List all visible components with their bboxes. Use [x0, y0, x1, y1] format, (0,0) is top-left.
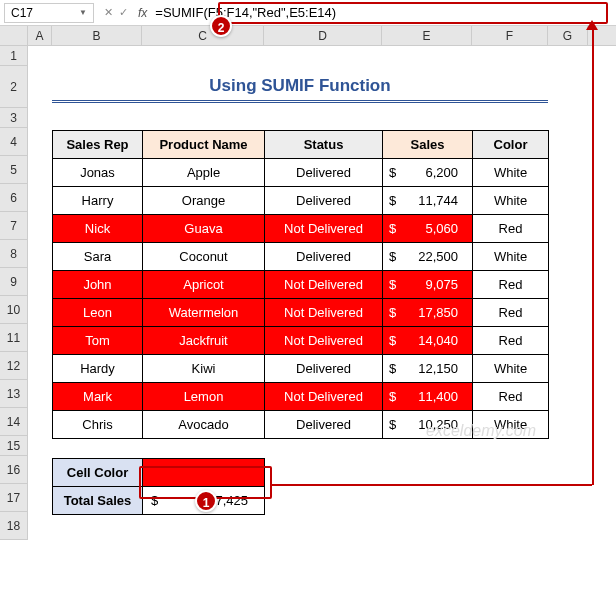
cell-rep[interactable]: Tom [53, 327, 143, 355]
col-header-g[interactable]: G [548, 26, 588, 45]
row-header[interactable]: 7 [0, 212, 28, 240]
cell-color-label: Cell Color [53, 459, 143, 487]
table-row: HardyKiwiDelivered$12,150White [53, 355, 549, 383]
row-header[interactable]: 13 [0, 380, 28, 408]
cell-prod[interactable]: Lemon [143, 383, 265, 411]
cell-sales[interactable]: $11,400 [383, 383, 473, 411]
col-header-e[interactable]: E [382, 26, 472, 45]
row-header[interactable]: 1 [0, 46, 28, 66]
summary-table: Cell Color Total Sales $57,425 [52, 458, 265, 515]
cell-color[interactable]: White [473, 159, 549, 187]
cell-sales[interactable]: $6,200 [383, 159, 473, 187]
cell-color[interactable]: White [473, 243, 549, 271]
row-header[interactable]: 8 [0, 240, 28, 268]
cell-color[interactable]: Red [473, 215, 549, 243]
row-header[interactable]: 5 [0, 156, 28, 184]
cell-stat[interactable]: Not Delivered [265, 215, 383, 243]
cell-stat[interactable]: Delivered [265, 187, 383, 215]
cell-prod[interactable]: Guava [143, 215, 265, 243]
table-row: HarryOrangeDelivered$11,744White [53, 187, 549, 215]
cell-sales[interactable]: $9,075 [383, 271, 473, 299]
cell-sales[interactable]: $17,850 [383, 299, 473, 327]
cell-rep[interactable]: Sara [53, 243, 143, 271]
row-header[interactable]: 9 [0, 268, 28, 296]
arrow-line [272, 484, 592, 486]
cell-color[interactable]: Red [473, 299, 549, 327]
col-header-a[interactable]: A [28, 26, 52, 45]
cell-stat[interactable]: Delivered [265, 411, 383, 439]
cell-rep[interactable]: Jonas [53, 159, 143, 187]
cell-stat[interactable]: Not Delivered [265, 383, 383, 411]
cell-color[interactable]: Red [473, 271, 549, 299]
cell-color[interactable]: Red [473, 383, 549, 411]
cell-stat[interactable]: Not Delivered [265, 299, 383, 327]
cell-rep[interactable]: John [53, 271, 143, 299]
col-header-b[interactable]: B [52, 26, 142, 45]
cells-area[interactable]: Using SUMIF Function Sales Rep Product N… [28, 46, 616, 540]
cell-sales[interactable]: $14,040 [383, 327, 473, 355]
cell-rep[interactable]: Mark [53, 383, 143, 411]
formula-bar: C17 ▼ ✕ ✓ fx =SUMIF(F5:F14,"Red",E5:E14) [0, 0, 616, 26]
name-box[interactable]: C17 ▼ [4, 3, 94, 23]
cell-stat[interactable]: Delivered [265, 243, 383, 271]
row-header[interactable]: 12 [0, 352, 28, 380]
th-prod: Product Name [143, 131, 265, 159]
row-header[interactable]: 17 [0, 484, 28, 512]
cell-rep[interactable]: Nick [53, 215, 143, 243]
cell-stat[interactable]: Delivered [265, 159, 383, 187]
cell-color[interactable]: Red [473, 327, 549, 355]
data-table: Sales Rep Product Name Status Sales Colo… [52, 130, 549, 439]
cell-prod[interactable]: Coconut [143, 243, 265, 271]
row-header[interactable]: 18 [0, 512, 28, 540]
cell-color[interactable]: White [473, 187, 549, 215]
arrow-line [592, 24, 594, 485]
cell-sales[interactable]: $11,744 [383, 187, 473, 215]
check-icon[interactable]: ✓ [119, 6, 128, 19]
table-row: Cell Color [53, 459, 265, 487]
cell-prod[interactable]: Avocado [143, 411, 265, 439]
cell-sales[interactable]: $5,060 [383, 215, 473, 243]
fx-icon[interactable]: fx [134, 6, 151, 20]
cell-color[interactable]: White [473, 355, 549, 383]
th-color: Color [473, 131, 549, 159]
row-header[interactable]: 14 [0, 408, 28, 436]
row-header[interactable]: 6 [0, 184, 28, 212]
cell-prod[interactable]: Jackfruit [143, 327, 265, 355]
cell-sales[interactable]: $12,150 [383, 355, 473, 383]
table-header-row: Sales Rep Product Name Status Sales Colo… [53, 131, 549, 159]
table-row: JonasAppleDelivered$6,200White [53, 159, 549, 187]
arrow-head-icon [586, 20, 598, 30]
cell-color-sample [143, 459, 265, 487]
cancel-icon[interactable]: ✕ [104, 6, 113, 19]
cell-prod[interactable]: Kiwi [143, 355, 265, 383]
row-header[interactable]: 10 [0, 296, 28, 324]
table-row: SaraCoconutDelivered$22,500White [53, 243, 549, 271]
row-header[interactable]: 4 [0, 128, 28, 156]
col-header-c[interactable]: C [142, 26, 264, 45]
cell-prod[interactable]: Apricot [143, 271, 265, 299]
col-header-d[interactable]: D [264, 26, 382, 45]
cell-prod[interactable]: Watermelon [143, 299, 265, 327]
cell-prod[interactable]: Orange [143, 187, 265, 215]
cell-prod[interactable]: Apple [143, 159, 265, 187]
col-header-f[interactable]: F [472, 26, 548, 45]
th-stat: Status [265, 131, 383, 159]
row-header[interactable]: 15 [0, 436, 28, 456]
cell-stat[interactable]: Delivered [265, 355, 383, 383]
page-title: Using SUMIF Function [52, 76, 548, 103]
cell-sales[interactable]: $22,500 [383, 243, 473, 271]
row-header[interactable]: 11 [0, 324, 28, 352]
row-header[interactable]: 16 [0, 456, 28, 484]
cell-rep[interactable]: Harry [53, 187, 143, 215]
row-header[interactable]: 2 [0, 66, 28, 108]
cell-rep[interactable]: Leon [53, 299, 143, 327]
row-header[interactable]: 3 [0, 108, 28, 128]
table-row: JohnApricotNot Delivered$9,075Red [53, 271, 549, 299]
select-all-corner[interactable] [0, 26, 28, 45]
chevron-down-icon[interactable]: ▼ [79, 8, 87, 17]
cell-stat[interactable]: Not Delivered [265, 327, 383, 355]
cell-rep[interactable]: Chris [53, 411, 143, 439]
cell-rep[interactable]: Hardy [53, 355, 143, 383]
cell-stat[interactable]: Not Delivered [265, 271, 383, 299]
row-headers: 1 2 3 4 5 6 7 8 9 10 11 12 13 14 15 16 1… [0, 46, 28, 540]
